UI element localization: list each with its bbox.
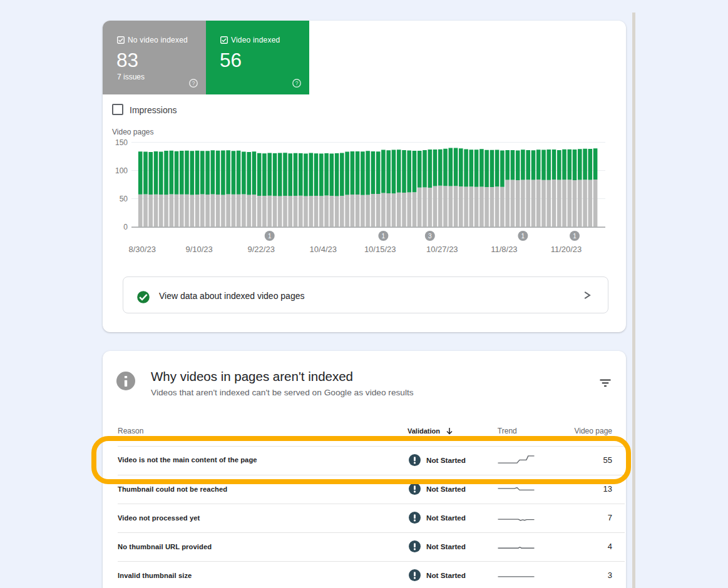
svg-text:1: 1 [268, 233, 272, 240]
svg-text:11/20/23: 11/20/23 [551, 245, 582, 254]
svg-text:100: 100 [115, 166, 128, 175]
svg-text:10/27/23: 10/27/23 [426, 245, 458, 254]
svg-text:1: 1 [573, 233, 577, 240]
svg-text:0: 0 [123, 223, 128, 231]
svg-text:?: ? [192, 80, 195, 86]
svg-text:1: 1 [521, 233, 525, 240]
svg-text:1: 1 [382, 233, 386, 240]
svg-text:10/4/23: 10/4/23 [310, 245, 337, 254]
svg-text:?: ? [295, 80, 299, 86]
svg-text:8/30/23: 8/30/23 [129, 245, 156, 254]
svg-text:3: 3 [428, 233, 432, 240]
svg-text:9/22/23: 9/22/23 [248, 245, 275, 254]
svg-text:11/8/23: 11/8/23 [491, 245, 517, 254]
svg-text:50: 50 [120, 195, 128, 203]
svg-text:9/10/23: 9/10/23 [185, 245, 212, 254]
svg-text:10/15/23: 10/15/23 [364, 245, 396, 254]
svg-text:150: 150 [115, 138, 128, 147]
svg-text:Video pages: Video pages [112, 128, 154, 136]
